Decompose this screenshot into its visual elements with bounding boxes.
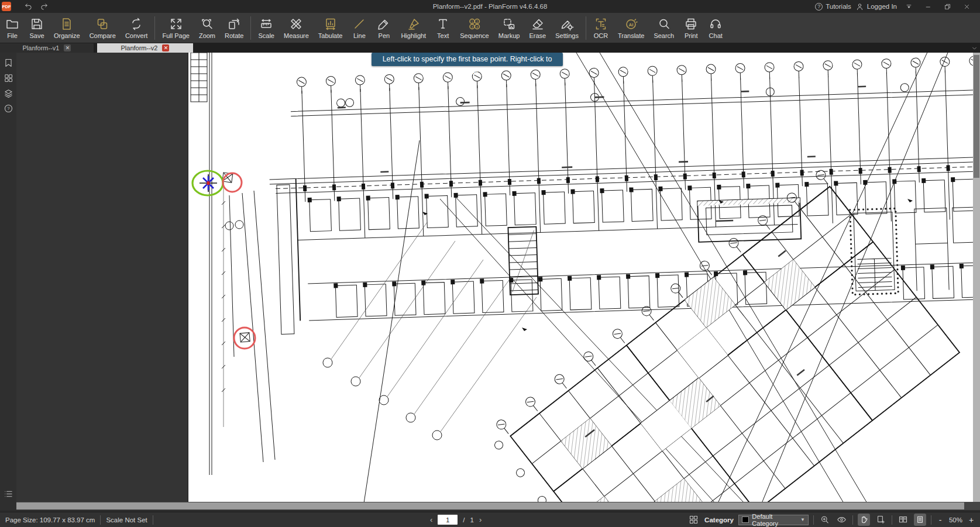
- statusbar-divider: [892, 515, 892, 525]
- zoom-magnifier-icon: [200, 17, 214, 31]
- toolbar-measure[interactable]: Measure: [279, 15, 314, 40]
- toolbar-ocr[interactable]: OCR: [589, 15, 613, 40]
- statusbar-divider: [813, 515, 814, 525]
- two-page-view-icon[interactable]: [897, 514, 909, 526]
- tutorials-button[interactable]: ? Tutorials: [815, 3, 851, 11]
- compare-overlap-icon: [95, 17, 109, 31]
- category-grid-icon: [687, 514, 700, 526]
- toolbar-search[interactable]: Search: [649, 15, 679, 40]
- toolbar-highlight[interactable]: Highlight: [396, 15, 431, 40]
- bookmark-icon[interactable]: [0, 55, 16, 70]
- page-total: 1: [470, 516, 474, 523]
- page-separator: /: [463, 516, 465, 523]
- toolbar-label: Zoom: [199, 32, 215, 39]
- layers-icon[interactable]: [0, 85, 16, 101]
- vertical-scrollbar[interactable]: [973, 53, 980, 502]
- toolbar-line[interactable]: Line: [347, 15, 372, 40]
- add-page-icon[interactable]: [875, 514, 887, 526]
- toolbar-organize[interactable]: Organize: [49, 15, 85, 40]
- page-number-input[interactable]: [438, 515, 458, 525]
- toolbar-markup[interactable]: Markup: [494, 15, 525, 40]
- floorplan-drawing: [188, 53, 973, 502]
- thumbnails-icon[interactable]: [0, 70, 16, 85]
- toolbar-label: Full Page: [162, 32, 189, 39]
- zoom-in-button[interactable]: +: [967, 515, 975, 525]
- undo-icon[interactable]: [24, 2, 33, 11]
- chevron-down-icon: ▼: [800, 517, 805, 522]
- main-toolbar: File Save Organize Compare Convert Full …: [0, 13, 980, 43]
- room-row-upper: [308, 177, 973, 232]
- rotate-pages-icon: [227, 17, 241, 31]
- redo-icon[interactable]: [40, 2, 49, 11]
- list-panel-icon[interactable]: [0, 486, 16, 501]
- settings-pen-gear-icon: [560, 17, 574, 31]
- login-label: Logged In: [867, 3, 897, 10]
- pan-hand-icon[interactable]: [858, 514, 870, 526]
- tab-close-icon[interactable]: ✕: [64, 44, 71, 51]
- pdf-app-logo-icon: PDF: [2, 2, 11, 11]
- toolbar-label: Save: [29, 32, 44, 39]
- drawing-canvas[interactable]: Left-click to specify the first base poi…: [188, 53, 973, 502]
- toolbar-group-view: Full Page Zoom Rotate: [157, 15, 248, 40]
- toolbar-full-page[interactable]: Full Page: [157, 15, 194, 40]
- dimension-text-marks: [338, 87, 871, 233]
- toolbar-group-annotate: Scale Measure Tabulate Line Pen Highligh…: [253, 15, 583, 40]
- collapse-toolbar-button[interactable]: [901, 1, 916, 12]
- next-page-icon[interactable]: ›: [479, 516, 482, 523]
- titlebar-right-controls: ? Tutorials Logged In: [815, 1, 980, 12]
- toolbar-scale[interactable]: Scale: [253, 15, 279, 40]
- toolbar-save[interactable]: Save: [25, 15, 49, 40]
- toolbar-divider: [250, 16, 251, 40]
- category-dropdown[interactable]: Default Category ▼: [738, 515, 809, 525]
- category-label: Category: [704, 516, 734, 523]
- tutorials-label: Tutorials: [826, 3, 851, 10]
- toolbar-text[interactable]: Text: [431, 15, 455, 40]
- toolbar-rotate[interactable]: Rotate: [220, 15, 248, 40]
- horizontal-scrollbar[interactable]: [16, 502, 980, 510]
- previous-page-icon[interactable]: ‹: [430, 516, 432, 523]
- toolbar-sequence[interactable]: 1234Sequence: [455, 15, 494, 40]
- small-flag-marks: [422, 199, 913, 331]
- toolbar-label: Sequence: [460, 32, 489, 39]
- toolbar-translate[interactable]: AITranslate: [613, 15, 649, 40]
- close-button[interactable]: [959, 1, 974, 12]
- toolbar-settings[interactable]: Settings: [551, 15, 583, 40]
- zoom-out-button[interactable]: -: [936, 515, 944, 525]
- cluster-axis-bubbles: [484, 168, 901, 502]
- tab-close-icon[interactable]: ✕: [162, 44, 169, 51]
- toolbar-label: Organize: [54, 32, 80, 39]
- tab-planform-v2[interactable]: Planform--v2 ✕: [97, 43, 193, 53]
- search-icon: [657, 17, 671, 31]
- single-page-view-icon[interactable]: [914, 514, 926, 526]
- toolbar-zoom[interactable]: Zoom: [194, 15, 220, 40]
- sequence-numbers-icon: 1234: [467, 17, 482, 31]
- toolbar-compare[interactable]: Compare: [85, 15, 121, 40]
- zoom-area-icon[interactable]: [819, 514, 831, 526]
- toolbar-print[interactable]: Print: [679, 15, 703, 40]
- snap-point-marker: [200, 174, 217, 192]
- login-button[interactable]: Logged In: [855, 2, 897, 11]
- statusbar-divider: [852, 515, 853, 525]
- horizontal-scrollbar-thumb[interactable]: [16, 502, 964, 509]
- toolbar-erase[interactable]: Erase: [524, 15, 551, 40]
- toolbar-label: Settings: [555, 32, 579, 39]
- toolbar-convert[interactable]: Convert: [121, 15, 153, 40]
- statusbar-divider: [931, 515, 931, 525]
- planform-app-window: PDF Planform--v2.pdf - PlanForm v4.6.4.6…: [0, 0, 980, 527]
- toolbar-chat[interactable]: Chat: [703, 15, 728, 40]
- undo-redo-group: [24, 2, 49, 11]
- toolbar-label: Scale: [258, 32, 274, 39]
- visibility-eye-icon[interactable]: [835, 514, 848, 526]
- toolbar-label: Line: [353, 32, 366, 39]
- toolbar-label: Text: [437, 32, 449, 39]
- tab-planform-v1[interactable]: Planform--v1 ✕: [0, 43, 94, 53]
- toolbar-tabulate[interactable]: Tabulate: [314, 15, 348, 40]
- toolbar-pen[interactable]: Pen: [372, 15, 396, 40]
- help-icon[interactable]: ?: [0, 101, 16, 116]
- vertical-scrollbar-thumb[interactable]: [974, 55, 979, 178]
- toolbar-file[interactable]: File: [0, 15, 25, 40]
- minimize-button[interactable]: [920, 1, 936, 12]
- measure-cross-icon: [289, 17, 303, 31]
- toolbar-label: Measure: [284, 32, 309, 39]
- restore-button[interactable]: [940, 1, 955, 12]
